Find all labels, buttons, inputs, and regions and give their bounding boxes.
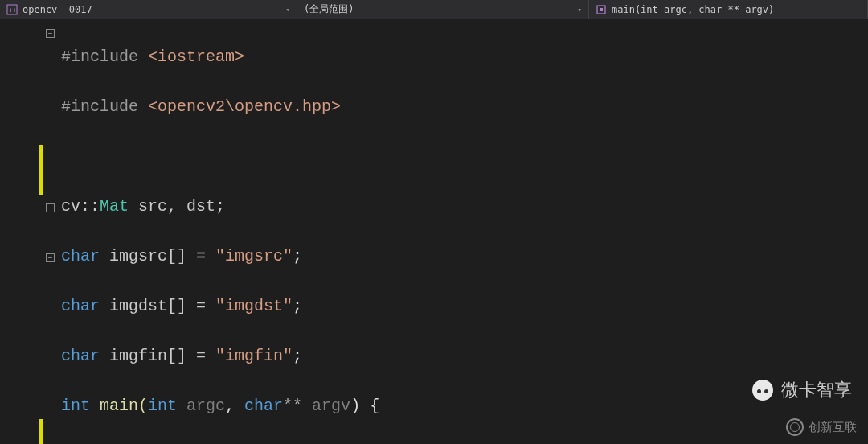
code-line[interactable]: cv::Mat src, dst; <box>61 194 868 219</box>
fold-toggle[interactable]: − <box>46 204 55 212</box>
code-line[interactable]: int main(int argc, char** argv) { <box>61 393 868 418</box>
code-line[interactable]: #include <iostream> <box>61 44 868 69</box>
chevron-down-icon: ▾ <box>578 6 582 14</box>
scope-label: (全局范围) <box>304 2 354 16</box>
watermark-text: 微卡智享 <box>781 378 852 402</box>
function-icon <box>596 4 607 15</box>
change-marker <box>39 419 43 444</box>
fold-gutter[interactable]: − − − <box>6 19 56 444</box>
code-editor: − − − #include <iostream> #include <open… <box>0 19 868 444</box>
watermark-secondary: 创新互联 <box>786 418 857 436</box>
code-area[interactable]: #include <iostream> #include <opencv2\op… <box>56 19 868 444</box>
code-line[interactable]: char imgdst[] = "imgdst"; <box>61 294 868 319</box>
symbol-label: main(int argc, char ** argv) <box>612 4 774 15</box>
symbol-dropdown[interactable]: main(int argc, char ** argv) <box>589 0 868 18</box>
project-name: opencv--0017 <box>23 4 92 15</box>
change-marker <box>39 145 43 195</box>
chevron-down-icon: ▾ <box>286 6 290 14</box>
code-line[interactable]: #include <opencv2\opencv.hpp> <box>61 94 868 119</box>
svg-rect-3 <box>600 8 603 11</box>
wechat-icon <box>752 380 773 401</box>
logo-icon <box>786 418 804 436</box>
navigation-bar: ++ opencv--0017 ▾ (全局范围) ▾ main(int argc… <box>0 0 868 19</box>
scope-dropdown[interactable]: (全局范围) ▾ <box>297 0 589 18</box>
indicator-margin[interactable] <box>0 19 6 444</box>
code-line[interactable]: char imgfin[] = "imgfin"; <box>61 343 868 368</box>
svg-text:++: ++ <box>9 6 17 14</box>
fold-toggle[interactable]: − <box>46 253 55 262</box>
code-line[interactable]: char imgsrc[] = "imgsrc"; <box>61 244 868 269</box>
cpp-file-icon: ++ <box>6 4 18 15</box>
project-dropdown[interactable]: ++ opencv--0017 ▾ <box>0 0 297 18</box>
watermark-wechat: 微卡智享 <box>752 378 852 402</box>
watermark-text-2: 创新互联 <box>809 420 857 435</box>
fold-toggle[interactable]: − <box>46 29 55 38</box>
code-line[interactable] <box>61 144 868 169</box>
